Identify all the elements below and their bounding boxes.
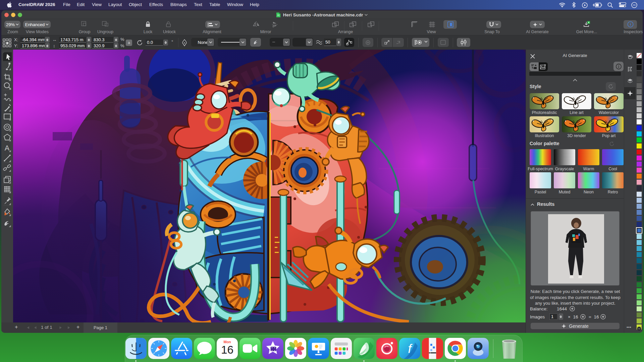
svg-text:Mon: Mon xyxy=(223,340,231,344)
svg-text:16: 16 xyxy=(221,344,233,356)
